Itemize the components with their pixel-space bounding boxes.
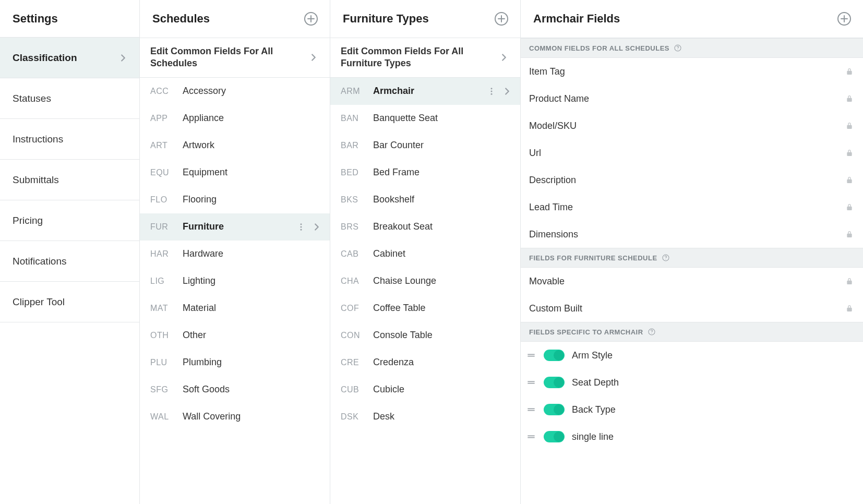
- schedule-item-wal[interactable]: WALWall Covering: [140, 403, 330, 430]
- code-label: OTH: [150, 331, 172, 340]
- field-name: Description: [529, 175, 838, 186]
- field-name: Url: [529, 148, 838, 159]
- name-label: Bar Counter: [373, 140, 513, 151]
- settings-item-pricing[interactable]: Pricing: [0, 200, 139, 241]
- name-label: Appliance: [183, 113, 322, 124]
- schedule-item-mat[interactable]: MATMaterial: [140, 295, 330, 322]
- type-item-ban[interactable]: BANBanquette Seat: [330, 105, 520, 132]
- code-label: FUR: [150, 222, 172, 232]
- field-row[interactable]: Item Tag: [521, 58, 863, 85]
- row-actions: [487, 86, 513, 97]
- field-toggle[interactable]: [544, 404, 565, 415]
- field-name: Movable: [529, 276, 838, 287]
- drag-handle-icon[interactable]: [526, 404, 536, 415]
- type-item-cof[interactable]: COFCoffee Table: [330, 295, 520, 322]
- field-name: Model/SKU: [529, 121, 838, 131]
- type-item-bar[interactable]: BARBar Counter: [330, 132, 520, 159]
- type-item-cre[interactable]: CRECredenza: [330, 349, 520, 376]
- schedule-item-plu[interactable]: PLUPlumbing: [140, 349, 330, 376]
- field-row[interactable]: Product Name: [521, 85, 863, 112]
- schedule-item-app[interactable]: APPAppliance: [140, 105, 330, 132]
- types-list: ARMArmchairBANBanquette SeatBARBar Count…: [330, 78, 520, 430]
- field-section-header: FIELDS SPECIFIC TO ARMCHAIR: [521, 322, 863, 342]
- add-schedule-button[interactable]: [304, 11, 318, 26]
- lock-icon: [845, 203, 854, 211]
- code-label: HAR: [150, 249, 172, 259]
- schedule-item-har[interactable]: HARHardware: [140, 241, 330, 268]
- code-label: ART: [150, 141, 172, 150]
- code-label: ACC: [150, 87, 172, 96]
- field-toggle[interactable]: [544, 350, 565, 361]
- schedule-item-acc[interactable]: ACCAccessory: [140, 78, 330, 105]
- type-item-bed[interactable]: BEDBed Frame: [330, 159, 520, 186]
- code-label: SFG: [150, 385, 172, 394]
- lock-icon: [845, 230, 854, 238]
- settings-item-notifications[interactable]: Notifications: [0, 241, 139, 282]
- app-root: Settings ClassificationStatusesInstructi…: [0, 0, 863, 504]
- schedule-item-fur[interactable]: FURFurniture: [140, 213, 330, 241]
- field-row[interactable]: Custom Built: [521, 295, 863, 322]
- type-item-con[interactable]: CONConsole Table: [330, 322, 520, 349]
- schedule-item-flo[interactable]: FLOFlooring: [140, 186, 330, 213]
- code-label: COF: [341, 304, 363, 313]
- field-name: single line: [572, 431, 614, 442]
- field-row: single line: [521, 423, 863, 450]
- chevron-right-icon: [498, 52, 510, 63]
- more-icon[interactable]: [296, 222, 306, 232]
- field-toggle[interactable]: [544, 431, 565, 442]
- svg-point-90: [665, 259, 666, 260]
- type-item-bks[interactable]: BKSBookshelf: [330, 186, 520, 213]
- svg-point-45: [491, 88, 493, 89]
- name-label: Plumbing: [183, 357, 322, 368]
- more-icon[interactable]: [487, 87, 496, 96]
- settings-title: Settings: [13, 12, 58, 26]
- schedules-column: Schedules Edit Common Fields For All Sch…: [140, 0, 330, 504]
- schedule-item-equ[interactable]: EQUEquipment: [140, 159, 330, 186]
- settings-item-classification[interactable]: Classification: [0, 38, 139, 78]
- chevron-right-icon: [501, 86, 513, 97]
- svg-point-92: [651, 333, 652, 334]
- field-toggle[interactable]: [544, 377, 565, 388]
- settings-item-instructions[interactable]: Instructions: [0, 119, 139, 160]
- code-label: WAL: [150, 412, 172, 422]
- type-item-arm[interactable]: ARMArmchair: [330, 78, 520, 105]
- schedule-item-lig[interactable]: LIGLighting: [140, 268, 330, 295]
- drag-handle-icon[interactable]: [526, 350, 536, 361]
- add-type-button[interactable]: [494, 11, 509, 26]
- field-row[interactable]: Dimensions: [521, 221, 863, 248]
- name-label: Banquette Seat: [373, 113, 513, 124]
- code-label: CUB: [341, 385, 363, 394]
- schedule-item-sfg[interactable]: SFGSoft Goods: [140, 376, 330, 403]
- settings-item-statuses[interactable]: Statuses: [0, 78, 139, 119]
- type-item-cub[interactable]: CUBCubicle: [330, 376, 520, 403]
- schedule-item-oth[interactable]: OTHOther: [140, 322, 330, 349]
- drag-handle-icon[interactable]: [526, 431, 536, 442]
- types-header: Furniture Types: [330, 0, 520, 38]
- chevron-right-icon: [308, 52, 319, 63]
- code-label: BED: [341, 168, 363, 177]
- add-field-button[interactable]: [837, 11, 852, 26]
- type-item-dsk[interactable]: DSKDesk: [330, 403, 520, 430]
- edit-common-schedules[interactable]: Edit Common Fields For All Schedules: [140, 38, 330, 78]
- code-label: BAR: [341, 141, 363, 150]
- type-item-cha[interactable]: CHAChaise Lounge: [330, 268, 520, 295]
- field-row[interactable]: Description: [521, 166, 863, 194]
- field-row[interactable]: Lead Time: [521, 194, 863, 221]
- schedule-item-art[interactable]: ARTArtwork: [140, 132, 330, 159]
- settings-item-clipper-tool[interactable]: Clipper Tool: [0, 282, 139, 322]
- field-row[interactable]: Movable: [521, 268, 863, 295]
- edit-common-types[interactable]: Edit Common Fields For All Furniture Typ…: [330, 38, 520, 78]
- field-row[interactable]: Model/SKU: [521, 112, 863, 139]
- field-row: Back Type: [521, 396, 863, 423]
- field-row[interactable]: Url: [521, 139, 863, 166]
- drag-handle-icon[interactable]: [526, 377, 536, 388]
- type-item-cab[interactable]: CABCabinet: [330, 241, 520, 268]
- type-item-brs[interactable]: BRSBreakout Seat: [330, 213, 520, 241]
- name-label: Bookshelf: [373, 194, 513, 205]
- section-label: COMMON FIELDS FOR ALL SCHEDULES: [529, 44, 669, 52]
- settings-item-submittals[interactable]: Submittals: [0, 160, 139, 200]
- svg-point-47: [491, 93, 493, 95]
- settings-body: ClassificationStatusesInstructionsSubmit…: [0, 38, 139, 504]
- code-label: CON: [341, 331, 363, 340]
- name-label: Hardware: [183, 248, 322, 259]
